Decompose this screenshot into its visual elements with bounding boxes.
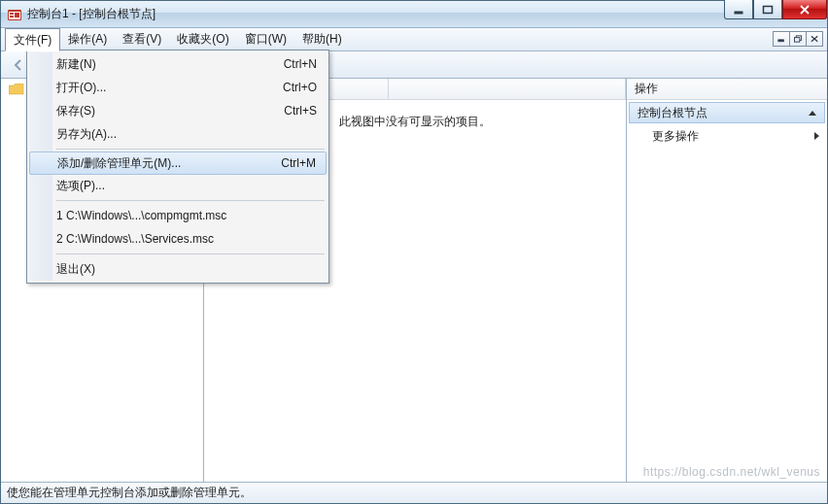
menu-new-label: 新建(N) [56,56,96,73]
menu-save[interactable]: 保存(S)Ctrl+S [29,99,327,122]
svg-rect-5 [735,12,742,14]
status-text: 使您能在管理单元控制台添加或删除管理单元。 [7,485,252,501]
svg-rect-6 [764,6,773,13]
menu-save-label: 保存(S) [56,103,95,119]
menu-options[interactable]: 选项(P)... [29,174,327,197]
menu-file[interactable]: 文件(F) [5,28,60,51]
actions-header: 操作 [627,79,827,100]
menu-help[interactable]: 帮助(H) [294,28,350,50]
menubar: 文件(F) 操作(A) 查看(V) 收藏夹(O) 窗口(W) 帮助(H) [1,28,827,51]
mdi-controls [774,31,823,47]
svg-rect-2 [10,13,14,15]
svg-rect-4 [15,13,19,17]
mdi-close-button[interactable] [806,31,823,47]
menu-view[interactable]: 查看(V) [115,28,169,50]
menu-recent-1[interactable]: 1 C:\Windows\...\compmgmt.msc [29,204,327,227]
menu-save-shortcut: Ctrl+S [284,104,317,118]
mdi-restore-button[interactable] [789,31,807,47]
mdi-minimize-button[interactable] [773,31,790,47]
window-controls [724,0,827,19]
menu-new-shortcut: Ctrl+N [284,57,317,71]
minimize-button[interactable] [724,0,753,19]
menu-exit-label: 退出(X) [56,261,95,278]
statusbar: 使您能在管理单元控制台添加或删除管理单元。 [1,482,827,503]
menu-add-remove-snapin[interactable]: 添加/删除管理单元(M)...Ctrl+M [29,151,327,175]
submenu-icon [814,132,819,140]
column-spacer[interactable] [389,79,626,99]
menu-separator [56,253,325,254]
svg-rect-7 [777,40,782,42]
menu-recent-2-label: 2 C:\Windows\...\Services.msc [56,232,214,246]
menu-recent-2[interactable]: 2 C:\Windows\...\Services.msc [29,227,327,251]
menu-snapin-label: 添加/删除管理单元(M)... [57,155,181,172]
menu-snapin-shortcut: Ctrl+M [281,156,316,170]
close-button[interactable] [782,0,827,19]
window-title: 控制台1 - [控制台根节点] [27,6,155,22]
menu-separator [56,149,325,150]
menu-open-label: 打开(O)... [56,80,106,96]
menu-new[interactable]: 新建(N)Ctrl+N [29,52,327,76]
menu-recent-1-label: 1 C:\Windows\...\compmgmt.msc [56,209,226,222]
collapse-icon [809,111,816,116]
file-menu-dropdown: 新建(N)Ctrl+N 打开(O)...Ctrl+O 保存(S)Ctrl+S 另… [26,50,329,284]
maximize-button[interactable] [753,0,782,19]
menu-saveas[interactable]: 另存为(A)... [29,122,327,146]
menu-separator [56,200,325,201]
menu-options-label: 选项(P)... [56,178,105,194]
menu-window[interactable]: 窗口(W) [237,28,294,50]
menu-open[interactable]: 打开(O)...Ctrl+O [29,76,327,99]
menu-open-shortcut: Ctrl+O [283,81,317,94]
titlebar[interactable]: 控制台1 - [控制台根节点] [1,1,827,28]
folder-icon [9,84,24,95]
menu-favorites[interactable]: 收藏夹(O) [169,28,236,50]
actions-node-label: 控制台根节点 [638,105,707,121]
actions-more[interactable]: 更多操作 [627,125,827,147]
app-window: 控制台1 - [控制台根节点] 文件(F) 操作(A) 查看(V) 收藏夹(O)… [0,0,828,504]
actions-panel: 操作 控制台根节点 更多操作 [627,79,827,482]
menu-saveas-label: 另存为(A)... [56,126,117,143]
svg-rect-3 [10,16,14,17]
menu-action[interactable]: 操作(A) [60,28,115,50]
svg-rect-9 [794,38,799,43]
menu-exit[interactable]: 退出(X) [29,257,327,281]
app-icon [7,7,22,22]
actions-more-label: 更多操作 [652,128,699,145]
actions-node-header[interactable]: 控制台根节点 [629,102,825,123]
